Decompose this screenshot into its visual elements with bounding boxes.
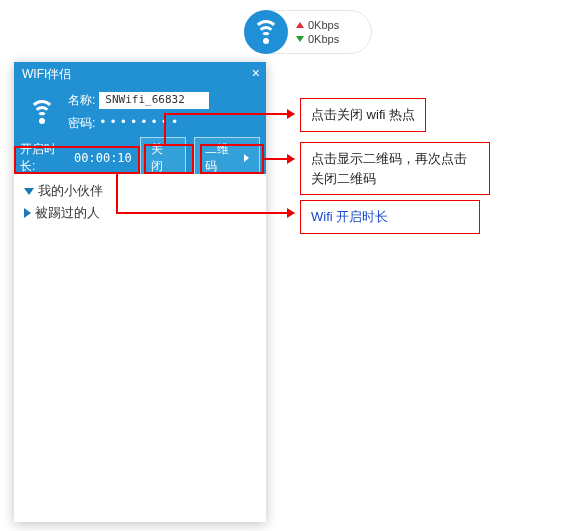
status-pill: 0Kbps 0Kbps [244, 10, 372, 54]
toolbar: 开启时长: 00:00:10 关闭 二维码 [14, 142, 266, 174]
tree-item-kicked[interactable]: 被踢过的人 [20, 202, 260, 224]
tree-item-label: 被踢过的人 [35, 204, 100, 222]
wifi-companion-window: WIFI伴侣 × 名称: SNWifi_66832 密码: •••••••• 开… [14, 62, 266, 522]
wifi-icon [244, 10, 288, 54]
ssid-value[interactable]: SNWifi_66832 [99, 92, 209, 109]
client-list: 我的小伙伴 被踢过的人 [14, 174, 266, 522]
chevron-right-icon [24, 208, 31, 218]
window-title: WIFI伴侣 [22, 66, 71, 83]
password-label: 密码: [68, 115, 95, 132]
close-icon[interactable]: × [252, 65, 260, 81]
uptime: 开启时长: 00:00:10 [20, 141, 132, 175]
arrow-to-qr [264, 158, 294, 160]
chevron-down-icon [24, 188, 34, 195]
qr-code-button[interactable]: 二维码 [194, 137, 260, 179]
arrow-up-icon [296, 22, 304, 28]
download-speed: 0Kbps [296, 33, 339, 45]
password-row: 密码: •••••••• [68, 115, 209, 132]
tree-item-label: 我的小伙伴 [38, 182, 103, 200]
header: 名称: SNWifi_66832 密码: •••••••• [14, 86, 266, 142]
tree-item-partners[interactable]: 我的小伙伴 [20, 180, 260, 202]
chevron-right-icon [244, 154, 249, 162]
arrow-vertical-close [164, 113, 166, 145]
annotation-close-hotspot: 点击关闭 wifi 热点 [300, 98, 426, 132]
name-label: 名称: [68, 92, 95, 109]
annotation-uptime: Wifi 开启时长 [300, 200, 480, 234]
uptime-value: 00:00:10 [74, 151, 132, 165]
arrow-down-icon [296, 36, 304, 42]
password-value: •••••••• [99, 115, 181, 132]
annotation-qr: 点击显示二维码，再次点击关闭二维码 [300, 142, 490, 195]
uptime-label: 开启时长: [20, 141, 70, 175]
ssid-row: 名称: SNWifi_66832 [68, 92, 209, 109]
close-hotspot-button[interactable]: 关闭 [140, 137, 186, 179]
wifi-icon [22, 92, 62, 132]
upload-speed: 0Kbps [296, 19, 339, 31]
arrow-vertical-uptime [116, 172, 118, 212]
titlebar: WIFI伴侣 × [14, 62, 266, 86]
